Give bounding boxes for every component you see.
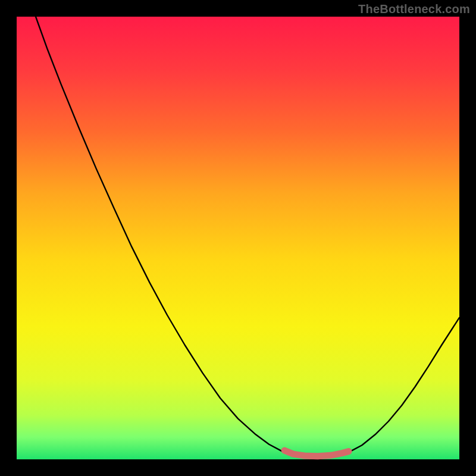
plot-background (17, 17, 459, 459)
watermark-text: TheBottleneck.com (358, 2, 470, 16)
chart-stage: TheBottleneck.com (0, 0, 476, 476)
chart-svg (0, 0, 476, 476)
